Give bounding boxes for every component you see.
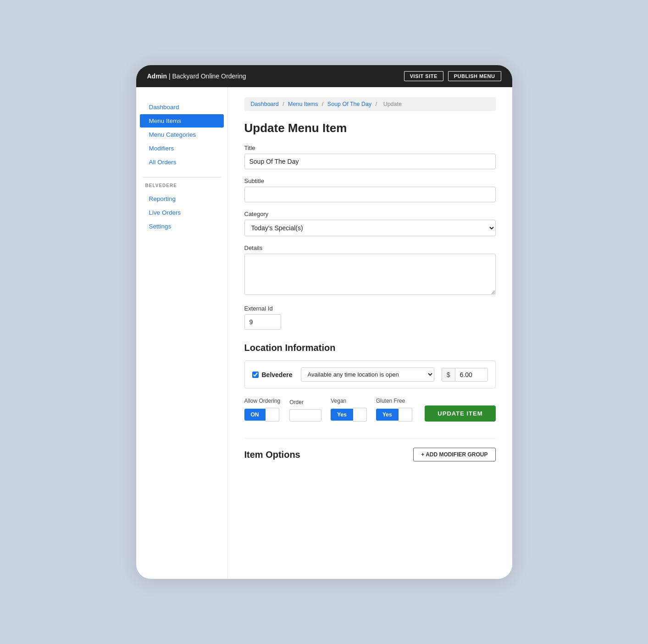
sidebar-item-menu-categories[interactable]: Menu Categories: [140, 128, 224, 141]
breadcrumb-dashboard[interactable]: Dashboard: [251, 101, 279, 107]
details-group: Details: [244, 244, 496, 297]
price-dollar-sign: $: [442, 368, 455, 381]
breadcrumb-sep-3: /: [376, 101, 379, 107]
title-input[interactable]: [244, 154, 496, 169]
toggle-row: Allow Ordering ON Order Vegan Yes: [244, 398, 496, 422]
availability-select[interactable]: Available any time location is open Cust…: [301, 367, 434, 382]
update-item-button[interactable]: UPDATE ITEM: [425, 405, 495, 422]
gluten-free-yes-btn[interactable]: Yes: [376, 409, 399, 421]
gluten-free-toggle: Yes: [376, 408, 412, 422]
layout: Dashboard Menu Items Menu Categories Mod…: [136, 87, 512, 579]
price-group: $: [442, 368, 488, 382]
sidebar-item-dashboard[interactable]: Dashboard: [140, 100, 224, 114]
breadcrumb-sep-1: /: [282, 101, 286, 107]
order-label: Order: [289, 399, 304, 405]
sidebar-item-modifiers[interactable]: Modifiers: [140, 142, 224, 155]
visit-site-button[interactable]: VISIT SITE: [404, 71, 443, 81]
breadcrumb-sep-2: /: [322, 101, 325, 107]
location-check: Belvedere: [252, 371, 294, 378]
sidebar-item-live-orders[interactable]: Live Orders: [140, 206, 224, 219]
sidebar-item-menu-items[interactable]: Menu Items: [140, 114, 224, 128]
title-group: Title: [244, 144, 496, 169]
details-textarea[interactable]: [244, 254, 496, 295]
allow-ordering-group: Allow Ordering ON: [244, 398, 281, 422]
publish-menu-button[interactable]: PUBLISH MENU: [448, 71, 501, 81]
allow-ordering-on-btn[interactable]: ON: [244, 409, 266, 421]
breadcrumb-menu-items[interactable]: Menu Items: [288, 101, 318, 107]
external-id-label: External Id: [244, 305, 496, 312]
vegan-toggle: Yes: [331, 408, 367, 422]
order-group: Order: [289, 399, 321, 422]
sidebar-divider: [143, 177, 221, 178]
price-input[interactable]: [455, 368, 487, 381]
subtitle-label: Subtitle: [244, 178, 496, 184]
item-options-row: Item Options + ADD MODIFIER GROUP: [244, 438, 496, 461]
category-select[interactable]: Today's Special(s) Appetizers Entrees De…: [244, 220, 496, 236]
external-id-group: External Id: [244, 305, 496, 330]
gluten-free-group: Gluten Free Yes: [376, 398, 412, 422]
item-options-title: Item Options: [244, 450, 300, 460]
allow-ordering-label: Allow Ordering: [244, 398, 281, 404]
sidebar-section-label: BELVEDERE: [136, 183, 227, 192]
location-name: Belvedere: [262, 371, 293, 378]
sidebar: Dashboard Menu Items Menu Categories Mod…: [136, 87, 228, 579]
brand-admin: Admin: [147, 72, 167, 80]
vegan-yes-btn[interactable]: Yes: [331, 409, 353, 421]
brand: Admin | Backyard Online Ordering: [147, 72, 246, 80]
order-input[interactable]: [289, 409, 321, 422]
vegan-group: Vegan Yes: [331, 398, 367, 422]
gluten-free-off: [399, 408, 412, 422]
external-id-input[interactable]: [244, 314, 281, 330]
category-group: Category Today's Special(s) Appetizers E…: [244, 211, 496, 236]
sidebar-item-all-orders[interactable]: All Orders: [140, 155, 224, 169]
location-box: Belvedere Available any time location is…: [244, 361, 496, 389]
allow-ordering-off: [266, 408, 279, 422]
category-label: Category: [244, 211, 496, 217]
brand-sub: | Backyard Online Ordering: [169, 72, 246, 80]
subtitle-input[interactable]: [244, 187, 496, 202]
title-label: Title: [244, 144, 496, 151]
subtitle-group: Subtitle: [244, 178, 496, 202]
add-modifier-button[interactable]: + ADD MODIFIER GROUP: [413, 448, 495, 461]
breadcrumb: Dashboard / Menu Items / Soup Of The Day…: [244, 97, 496, 111]
location-checkbox[interactable]: [252, 372, 259, 378]
main-content: Dashboard / Menu Items / Soup Of The Day…: [228, 87, 512, 579]
nav-actions: VISIT SITE PUBLISH MENU: [404, 71, 501, 81]
page-title: Update Menu Item: [244, 121, 496, 135]
vegan-label: Vegan: [331, 398, 346, 404]
location-section-title: Location Information: [244, 343, 496, 353]
breadcrumb-soup[interactable]: Soup Of The Day: [327, 101, 371, 107]
allow-ordering-toggle: ON: [244, 408, 279, 422]
sidebar-item-reporting[interactable]: Reporting: [140, 192, 224, 205]
top-nav: Admin | Backyard Online Ordering VISIT S…: [136, 65, 512, 87]
vegan-off: [353, 408, 367, 422]
main-card: Admin | Backyard Online Ordering VISIT S…: [136, 65, 512, 579]
breadcrumb-update: Update: [383, 101, 402, 107]
sidebar-item-settings[interactable]: Settings: [140, 220, 224, 233]
details-label: Details: [244, 244, 496, 251]
gluten-free-label: Gluten Free: [376, 398, 405, 404]
